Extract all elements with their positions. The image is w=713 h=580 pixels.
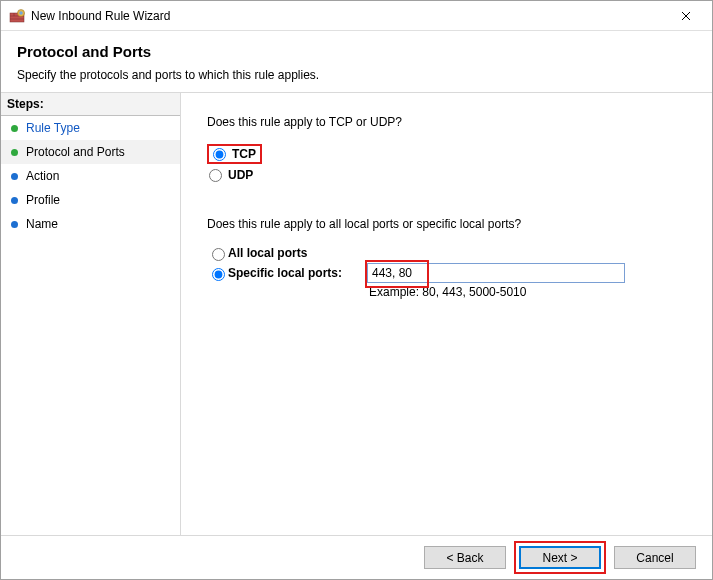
next-button[interactable]: Next > (519, 546, 601, 569)
wizard-body: Steps: Rule Type Protocol and Ports Acti… (1, 92, 712, 535)
button-bar: < Back Next > Cancel (1, 535, 712, 579)
cancel-button[interactable]: Cancel (614, 546, 696, 569)
step-bullet-icon (11, 173, 18, 180)
page-title: Protocol and Ports (17, 43, 696, 60)
next-highlight: Next > (514, 541, 606, 574)
back-button[interactable]: < Back (424, 546, 506, 569)
titlebar: New Inbound Rule Wizard (1, 1, 712, 31)
step-label: Action (26, 169, 59, 183)
wizard-header: Protocol and Ports Specify the protocols… (1, 31, 712, 92)
steps-sidebar: Steps: Rule Type Protocol and Ports Acti… (1, 93, 181, 535)
ports-example: Example: 80, 443, 5000-5010 (369, 285, 686, 299)
step-name[interactable]: Name (1, 212, 180, 236)
step-action[interactable]: Action (1, 164, 180, 188)
step-bullet-icon (11, 149, 18, 156)
radio-tcp-row: TCP (207, 143, 686, 165)
step-label: Rule Type (26, 121, 80, 135)
step-bullet-icon (11, 197, 18, 204)
main-pane: Does this rule apply to TCP or UDP? TCP … (181, 93, 712, 535)
radio-specific-ports[interactable] (212, 268, 225, 281)
firewall-icon (9, 8, 25, 24)
step-label: Name (26, 217, 58, 231)
radio-specific-ports-row: Specific local ports: (207, 263, 686, 283)
radio-tcp[interactable] (213, 148, 226, 161)
ports-question: Does this rule apply to all local ports … (207, 217, 686, 231)
protocol-question: Does this rule apply to TCP or UDP? (207, 115, 686, 129)
window-title: New Inbound Rule Wizard (31, 9, 666, 23)
radio-specific-ports-label: Specific local ports: (228, 266, 342, 280)
radio-all-ports-label: All local ports (228, 246, 307, 260)
radio-all-ports[interactable] (212, 248, 225, 261)
step-bullet-icon (11, 125, 18, 132)
wizard-window: New Inbound Rule Wizard Protocol and Por… (0, 0, 713, 580)
radio-tcp-label: TCP (232, 147, 256, 161)
svg-point-6 (19, 11, 23, 15)
ports-input-wrap (367, 263, 625, 283)
close-icon[interactable] (666, 2, 706, 30)
radio-all-ports-row: All local ports (207, 245, 686, 261)
ports-block: Does this rule apply to all local ports … (207, 217, 686, 299)
step-rule-type[interactable]: Rule Type (1, 116, 180, 140)
tcp-highlight: TCP (207, 144, 262, 164)
steps-heading: Steps: (1, 93, 180, 116)
step-profile[interactable]: Profile (1, 188, 180, 212)
step-protocol-ports[interactable]: Protocol and Ports (1, 140, 180, 164)
radio-udp-label: UDP (228, 168, 253, 182)
step-label: Protocol and Ports (26, 145, 125, 159)
page-subtitle: Specify the protocols and ports to which… (17, 68, 696, 82)
radio-udp[interactable] (209, 169, 222, 182)
ports-input[interactable] (367, 263, 625, 283)
step-bullet-icon (11, 221, 18, 228)
radio-udp-row: UDP (207, 167, 686, 183)
step-label: Profile (26, 193, 60, 207)
